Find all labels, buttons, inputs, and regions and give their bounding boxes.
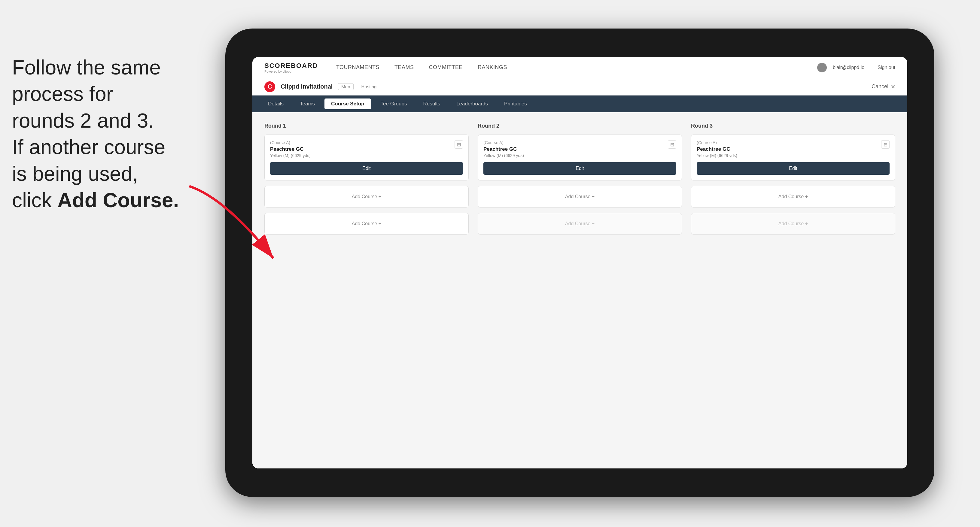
cancel-button[interactable]: Cancel ✕ bbox=[872, 84, 895, 90]
instruction-line5: is being used, bbox=[12, 162, 138, 185]
add-course-r3-slot1-label: Add Course + bbox=[778, 194, 808, 199]
course-name-r2: Peachtree GC bbox=[484, 146, 665, 152]
nav-committee[interactable]: COMMITTEE bbox=[429, 64, 463, 71]
separator: | bbox=[870, 65, 872, 70]
round-3-title: Round 3 bbox=[691, 123, 895, 129]
nav-rankings[interactable]: RANKINGS bbox=[478, 64, 507, 71]
add-course-r2-slot1[interactable]: Add Course + bbox=[478, 186, 682, 208]
round-1-title: Round 1 bbox=[264, 123, 469, 129]
course-header-r3: (Course A) Peachtree GC Yellow (M) (6629… bbox=[697, 140, 889, 158]
course-details-r3: Yellow (M) (6629 yds) bbox=[697, 153, 878, 158]
course-label-r3: (Course A) bbox=[697, 140, 878, 145]
rounds-grid: Round 1 (Course A) Peachtree GC Yellow (… bbox=[264, 123, 895, 240]
sub-header: C Clippd Invitational Men Hosting Cancel… bbox=[252, 78, 907, 95]
tab-leaderboards[interactable]: Leaderboards bbox=[450, 98, 495, 109]
course-info-r3: (Course A) Peachtree GC Yellow (M) (6629… bbox=[697, 140, 878, 158]
add-course-r1-slot2-label: Add Course + bbox=[352, 221, 381, 226]
instruction-line6-bold: Add Course. bbox=[57, 189, 179, 211]
round-2-column: Round 2 (Course A) Peachtree GC Yellow (… bbox=[478, 123, 682, 240]
tabs-bar: Details Teams Course Setup Tee Groups Re… bbox=[252, 95, 907, 112]
course-header-r2: (Course A) Peachtree GC Yellow (M) (6629… bbox=[484, 140, 676, 158]
nav-items: TOURNAMENTS TEAMS COMMITTEE RANKINGS bbox=[336, 64, 817, 71]
brand-logo: C bbox=[264, 81, 275, 92]
edit-course-r3[interactable]: Edit bbox=[697, 162, 889, 175]
add-course-r3-slot2: Add Course + bbox=[691, 213, 895, 235]
delete-course-r3[interactable]: ⊟ bbox=[881, 140, 889, 149]
avatar bbox=[817, 63, 827, 72]
tab-tee-groups[interactable]: Tee Groups bbox=[374, 98, 414, 109]
brand-sub: Powered by clippd bbox=[264, 70, 318, 73]
hosting-badge: Hosting bbox=[361, 84, 377, 89]
tab-printables[interactable]: Printables bbox=[498, 98, 534, 109]
instruction-line1: Follow the same bbox=[12, 56, 161, 79]
tab-details[interactable]: Details bbox=[261, 98, 290, 109]
instruction-line4: If another course bbox=[12, 135, 165, 158]
add-course-r3-slot1[interactable]: Add Course + bbox=[691, 186, 895, 208]
tablet-screen: SCOREBOARD Powered by clippd TOURNAMENTS… bbox=[252, 57, 907, 468]
gender-badge: Men bbox=[338, 83, 353, 90]
course-label-r2: (Course A) bbox=[484, 140, 665, 145]
course-details-r1: Yellow (M) (6629 yds) bbox=[270, 153, 452, 158]
main-content: Round 1 (Course A) Peachtree GC Yellow (… bbox=[252, 112, 907, 468]
brand: SCOREBOARD Powered by clippd bbox=[264, 62, 318, 73]
course-name-r3: Peachtree GC bbox=[697, 146, 878, 152]
tab-teams[interactable]: Teams bbox=[293, 98, 321, 109]
top-nav: SCOREBOARD Powered by clippd TOURNAMENTS… bbox=[252, 57, 907, 78]
round-2-title: Round 2 bbox=[478, 123, 682, 129]
course-info-r2: (Course A) Peachtree GC Yellow (M) (6629… bbox=[484, 140, 665, 158]
sub-header-left: C Clippd Invitational Men Hosting bbox=[264, 81, 376, 92]
delete-course-r1[interactable]: ⊟ bbox=[455, 140, 463, 149]
round-3-course-card: (Course A) Peachtree GC Yellow (M) (6629… bbox=[691, 135, 895, 181]
add-course-r3-slot2-label: Add Course + bbox=[778, 221, 808, 226]
tab-course-setup[interactable]: Course Setup bbox=[325, 98, 371, 109]
course-label-r1: (Course A) bbox=[270, 140, 452, 145]
close-icon: ✕ bbox=[891, 84, 895, 90]
annotation-arrow bbox=[165, 174, 309, 288]
course-name-r1: Peachtree GC bbox=[270, 146, 452, 152]
add-course-r2-slot2-label: Add Course + bbox=[565, 221, 595, 226]
course-header-r1: (Course A) Peachtree GC Yellow (M) (6629… bbox=[270, 140, 463, 158]
tournament-name: Clippd Invitational bbox=[281, 83, 332, 90]
instruction-line3: rounds 2 and 3. bbox=[12, 109, 154, 132]
nav-teams[interactable]: TEAMS bbox=[395, 64, 414, 71]
user-email: blair@clippd.io bbox=[833, 65, 864, 70]
instruction-line2: process for bbox=[12, 82, 113, 105]
round-1-course-card: (Course A) Peachtree GC Yellow (M) (6629… bbox=[264, 135, 469, 181]
add-course-r2-slot1-label: Add Course + bbox=[565, 194, 595, 199]
round-3-column: Round 3 (Course A) Peachtree GC Yellow (… bbox=[691, 123, 895, 240]
edit-course-r1[interactable]: Edit bbox=[270, 162, 463, 175]
sign-out-link[interactable]: Sign out bbox=[878, 65, 895, 70]
edit-course-r2[interactable]: Edit bbox=[484, 162, 676, 175]
nav-tournaments[interactable]: TOURNAMENTS bbox=[336, 64, 379, 71]
nav-right: blair@clippd.io | Sign out bbox=[817, 63, 895, 72]
round-2-course-card: (Course A) Peachtree GC Yellow (M) (6629… bbox=[478, 135, 682, 181]
add-course-r1-slot1-label: Add Course + bbox=[352, 194, 381, 199]
brand-name: SCOREBOARD bbox=[264, 62, 318, 70]
tab-results[interactable]: Results bbox=[417, 98, 447, 109]
course-info-r1: (Course A) Peachtree GC Yellow (M) (6629… bbox=[270, 140, 452, 158]
delete-course-r2[interactable]: ⊟ bbox=[668, 140, 676, 149]
instruction-line6-plain: click bbox=[12, 189, 57, 211]
course-details-r2: Yellow (M) (6629 yds) bbox=[484, 153, 665, 158]
add-course-r2-slot2: Add Course + bbox=[478, 213, 682, 235]
tablet-device: SCOREBOARD Powered by clippd TOURNAMENTS… bbox=[225, 29, 934, 497]
